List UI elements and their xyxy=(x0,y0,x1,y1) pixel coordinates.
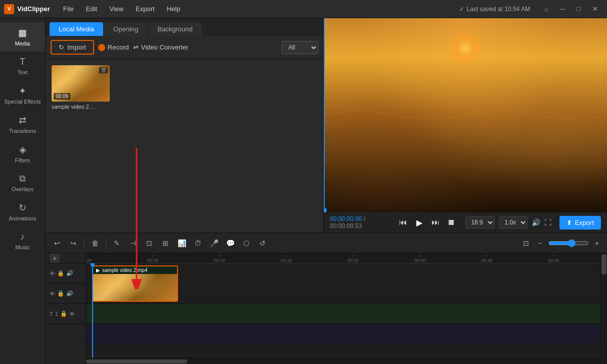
preview-panel: 00:00:00.00 / 00:00:09.53 ⏮ ▶ ⏭ ⏹ 16:9 4… xyxy=(324,18,607,233)
volume-icon[interactable]: 🔊 xyxy=(532,218,540,226)
sidebar-item-music[interactable]: ♪ Music xyxy=(0,226,45,255)
timer-button[interactable]: ⏱ xyxy=(190,236,205,251)
sidebar-item-transitions-label: Transitions xyxy=(9,128,36,134)
split-button[interactable]: ⊣ xyxy=(125,236,141,251)
timeline-playhead[interactable] xyxy=(92,263,93,358)
sidebar-item-media[interactable]: ▦ Media xyxy=(0,22,45,52)
sidebar: ▦ Media T Text ✦ Special Effects ⇄ Trans… xyxy=(0,18,46,364)
next-frame-button[interactable]: ⏭ xyxy=(429,215,442,230)
chart-button[interactable]: 📊 xyxy=(174,236,189,251)
sidebar-item-transitions[interactable]: ⇄ Transitions xyxy=(0,110,45,139)
transform-button[interactable]: ⊞ xyxy=(158,236,173,251)
crop-button[interactable]: ⊡ xyxy=(142,236,157,251)
right-scrollbar[interactable] xyxy=(600,253,607,364)
home-button[interactable]: ⌂ xyxy=(538,2,554,16)
video-converter-button[interactable]: ⇌ Video Converter xyxy=(133,43,189,51)
track-eye-icon-2[interactable]: 👁 xyxy=(50,291,55,297)
edit-button[interactable]: ✎ xyxy=(109,236,124,251)
menu-edit[interactable]: Edit xyxy=(81,3,102,15)
ruler-tick-1: 00:08 xyxy=(147,254,159,263)
caption-button[interactable]: 💬 xyxy=(223,236,238,251)
maximize-button[interactable]: □ xyxy=(571,2,587,16)
track-eye-icon-3[interactable]: 👁 xyxy=(69,311,75,317)
track-lock-icon-3[interactable]: 🔒 xyxy=(60,310,67,317)
media-item[interactable]: 🎬 00:09 sample video 2.... xyxy=(52,65,110,110)
app-logo: V VidClipper xyxy=(4,4,50,14)
track-eye-icon[interactable]: 👁 xyxy=(50,270,55,277)
converter-label: Video Converter xyxy=(141,43,189,51)
save-status: ✓ Last saved at 10:54 AM xyxy=(459,6,530,13)
sidebar-item-text[interactable]: T Text xyxy=(0,52,45,80)
media-badge: 🎬 xyxy=(99,67,108,73)
scrollbar-thumb[interactable] xyxy=(86,359,187,363)
speed-select[interactable]: 1.0x 0.5x 2.0x xyxy=(499,216,528,229)
close-button[interactable]: ✕ xyxy=(587,2,603,16)
minimize-button[interactable]: ─ xyxy=(554,2,571,16)
microphone-button[interactable]: 🎤 xyxy=(206,236,222,251)
zoom-in-button[interactable]: + xyxy=(591,237,603,249)
sidebar-item-media-label: Media xyxy=(15,40,30,47)
ruler-tick-3: 00:24 xyxy=(281,254,292,263)
import-label: Import xyxy=(67,43,86,51)
ruler-tick-5: 00:40 xyxy=(414,254,426,263)
track-lock-icon[interactable]: 🔒 xyxy=(57,270,64,277)
ruler-tick-7: 00:56 xyxy=(548,254,559,263)
preview-scrubber[interactable] xyxy=(324,18,325,212)
menu-view[interactable]: View xyxy=(104,3,128,15)
track-audio-icon-2[interactable]: 🔊 xyxy=(66,290,73,297)
fullscreen-button[interactable]: ⛶ xyxy=(544,218,551,226)
menu-export[interactable]: Export xyxy=(131,3,160,15)
sidebar-item-overlays-label: Overlays xyxy=(12,186,33,192)
filter-select[interactable]: All Video Audio Image xyxy=(282,41,318,54)
prev-frame-button[interactable]: ⏮ xyxy=(397,215,409,230)
zoom-fit-button[interactable]: ⊡ xyxy=(520,237,532,249)
tab-local-media[interactable]: Local Media xyxy=(50,22,103,36)
media-toolbar: ↻ Import Record ⇌ Video Converter All Vi… xyxy=(46,36,323,59)
record-button[interactable]: Record xyxy=(98,43,129,51)
play-button[interactable]: ▶ xyxy=(413,215,425,230)
tab-opening[interactable]: Opening xyxy=(104,22,147,36)
ruler-tick-2: 00:16 xyxy=(214,254,226,263)
import-button[interactable]: ↻ Import xyxy=(51,40,94,55)
track-label-video: 👁 🔒 🔊 xyxy=(46,263,85,284)
aspect-ratio-select[interactable]: 16:9 4:3 1:1 xyxy=(465,216,495,229)
effects-button[interactable]: ⬡ xyxy=(239,236,254,251)
zoom-slider[interactable] xyxy=(548,239,589,247)
record-dot-icon xyxy=(98,44,105,51)
zoom-controls: ⊡ − + xyxy=(520,237,603,249)
sidebar-item-animations[interactable]: ↻ Animations xyxy=(0,197,45,226)
video-clip[interactable]: ▶ sample video 2.mp4 xyxy=(92,265,178,302)
export-button[interactable]: ⬆ Export xyxy=(559,216,601,230)
timeline-main: 00:00 00:08 00:16 00:24 00:32 00:40 00:4… xyxy=(86,253,600,364)
sidebar-item-overlays[interactable]: ⧉ Overlays xyxy=(0,168,45,197)
sidebar-item-special-effects[interactable]: ✦ Special Effects xyxy=(0,80,45,110)
undo-button[interactable]: ↩ xyxy=(50,236,65,251)
tab-background[interactable]: Background xyxy=(148,22,201,36)
timeline-tracks: ▶ sample video 2.mp4 xyxy=(86,263,600,358)
timeline-toolbar: ↩ ↪ 🗑 ✎ ⊣ ⊡ ⊞ 📊 ⏱ 🎤 💬 ⬡ ↺ ⊡ − + xyxy=(46,233,607,253)
ruler-tick-4: 00:32 xyxy=(348,254,359,263)
add-track-button[interactable]: + xyxy=(50,254,60,263)
menu-file[interactable]: File xyxy=(58,3,79,15)
music-icon: ♪ xyxy=(20,232,25,242)
sidebar-item-filters[interactable]: ◈ Filters xyxy=(0,139,45,168)
timeline-scrollbar[interactable] xyxy=(86,358,600,364)
track-lock-icon-2[interactable]: 🔒 xyxy=(57,290,64,297)
preview-video xyxy=(324,18,607,212)
track-audio-icon[interactable]: 🔊 xyxy=(66,270,73,277)
media-icon: ▦ xyxy=(18,27,27,38)
audio-track xyxy=(86,304,600,324)
track-label-text: T 1 🔒 👁 xyxy=(46,304,85,324)
water-ripple-svg xyxy=(324,76,607,154)
zoom-out-button[interactable]: − xyxy=(534,237,546,249)
logo-icon: V xyxy=(4,4,14,14)
titlebar: V VidClipper File Edit View Export Help … xyxy=(0,0,607,18)
sidebar-item-text-label: Text xyxy=(17,69,27,75)
undo2-button[interactable]: ↺ xyxy=(255,236,270,251)
stop-button[interactable]: ⏹ xyxy=(446,215,458,230)
redo-button[interactable]: ↪ xyxy=(66,236,81,251)
menu-help[interactable]: Help xyxy=(162,3,186,15)
timeline-section: ↩ ↪ 🗑 ✎ ⊣ ⊡ ⊞ 📊 ⏱ 🎤 💬 ⬡ ↺ ⊡ − + xyxy=(46,233,607,364)
ruler-label-area: + xyxy=(46,253,85,263)
delete-button[interactable]: 🗑 xyxy=(88,236,103,251)
